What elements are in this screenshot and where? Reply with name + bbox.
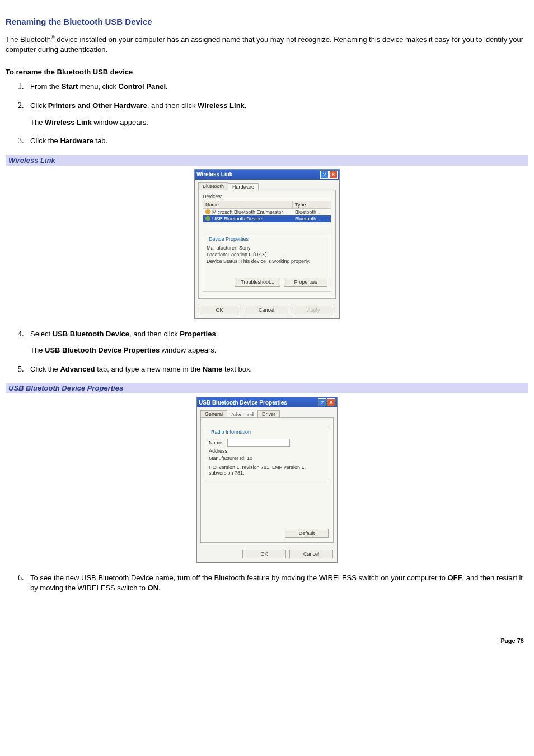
close-button[interactable]: X (329, 171, 338, 179)
intro-paragraph: The Bluetooth® device installed on your … (6, 34, 528, 54)
cancel-button[interactable]: Cancel (289, 550, 333, 558)
default-button[interactable]: Default (285, 529, 329, 538)
step-bold: Printers and Other Hardware (48, 101, 147, 110)
manufacturer-id-label: Manufacturer Id: 10 (209, 456, 252, 461)
step-bold: Control Panel. (119, 82, 168, 91)
dialog1-container: Wireless Link ? X Bluetooth Hardware Dev… (6, 169, 528, 319)
radio-info-title: Radio Information (210, 429, 252, 435)
step-bold: OFF (448, 574, 462, 582)
step-bold: Hardware (60, 137, 93, 145)
col-name[interactable]: Name (203, 201, 293, 208)
ok-button[interactable]: OK (198, 306, 241, 314)
dialog-titlebar: USB Bluetooth Device Properties ? X (197, 397, 337, 407)
step-text: window appears. (160, 346, 216, 354)
tab-bluetooth[interactable]: Bluetooth (198, 182, 228, 190)
step-text: , and then click (147, 101, 198, 110)
step-text: tab. (93, 137, 107, 145)
tab-general[interactable]: General (200, 410, 227, 417)
list-item-selected[interactable]: USB Bluetooth Device Bluetooth ... (203, 215, 331, 222)
intro-text-post: device installed on your computer has an… (6, 35, 523, 54)
step-bold: USB Bluetooth Device (53, 330, 129, 338)
step-text: Click (30, 101, 48, 110)
step-6: To see the new USB Bluetooth Device name… (26, 573, 528, 593)
bluetooth-icon (205, 216, 210, 221)
step-text: , and then click (129, 330, 180, 338)
device-properties-title: Device Properties (208, 236, 250, 242)
step-1: From the Start menu, click Control Panel… (26, 82, 528, 92)
name-label: Name: (209, 440, 224, 445)
list-item[interactable]: Microsoft Bluetooth Enumerator Bluetooth… (203, 209, 331, 215)
step-bold: Start (62, 82, 78, 91)
devices-label: Devices: (203, 194, 331, 199)
device-type: Bluetooth ... (295, 209, 329, 215)
step-3: Click the Hardware tab. (26, 136, 528, 146)
dialog-titlebar: Wireless Link ? X (195, 170, 339, 180)
step-bold: Properties (180, 330, 216, 338)
page-number: Page 78 (6, 637, 528, 644)
device-name: Microsoft Bluetooth Enumerator (212, 209, 283, 215)
dialog2-container: USB Bluetooth Device Properties ? X Gene… (6, 397, 528, 563)
step-4: Select USB Bluetooth Device, and then cl… (26, 329, 528, 355)
step-bold: USB Bluetooth Device Properties (45, 346, 160, 354)
caption-wireless-link: Wireless Link (6, 155, 528, 166)
wireless-link-dialog: Wireless Link ? X Bluetooth Hardware Dev… (194, 169, 340, 319)
tab-driver[interactable]: Driver (257, 410, 280, 417)
step-5: Click the Advanced tab, and type a new n… (26, 364, 528, 374)
col-type[interactable]: Type (293, 201, 331, 208)
step-text: window appears. (92, 118, 148, 126)
intro-text-pre: The Bluetooth (6, 35, 51, 44)
status-line: Device Status: This device is working pr… (207, 259, 327, 264)
page-heading: Renaming the Bluetooth USB Device (6, 17, 528, 26)
help-button[interactable]: ? (318, 398, 326, 406)
step-text: From the (30, 82, 62, 91)
troubleshoot-button[interactable]: Troubleshoot... (235, 278, 280, 287)
device-name: USB Bluetooth Device (212, 216, 262, 222)
step-text: menu, click (78, 82, 118, 91)
device-type: Bluetooth ... (295, 216, 329, 222)
cancel-button[interactable]: Cancel (245, 306, 288, 314)
step-text: . (158, 584, 161, 592)
step-text: tab, and type a new name in the (95, 365, 203, 373)
step-text: . (216, 330, 218, 338)
step-text: . (245, 101, 247, 110)
manufacturer-line: Manufacturer: Sony (207, 245, 327, 251)
bluetooth-icon (205, 209, 210, 214)
step-text: The (30, 346, 45, 354)
devices-list-header: Name Type (203, 201, 331, 209)
step-bold: Advanced (60, 365, 95, 373)
step-text: Click the (30, 365, 60, 373)
versions-line: HCI version 1, revision 781. LMP version… (209, 464, 325, 476)
procedure-subhead: To rename the Bluetooth USB device (6, 68, 528, 76)
help-button[interactable]: ? (320, 171, 329, 179)
step-text: text box. (222, 365, 252, 373)
ok-button[interactable]: OK (242, 550, 286, 558)
step-bold: ON (148, 584, 159, 592)
address-label: Address: (209, 448, 229, 454)
step-text: Select (30, 330, 53, 338)
name-input[interactable] (227, 439, 290, 447)
devices-list[interactable]: Microsoft Bluetooth Enumerator Bluetooth… (203, 209, 331, 228)
tab-hardware[interactable]: Hardware (228, 183, 259, 190)
step-text: Click the (30, 137, 60, 145)
dialog-title: USB Bluetooth Device Properties (199, 400, 287, 406)
caption-usb-bt-props: USB Bluetooth Device Properties (6, 383, 528, 393)
properties-button[interactable]: Properties (284, 278, 327, 287)
step-bold: Wireless Link (198, 101, 245, 110)
step-text: The (30, 118, 45, 126)
location-line: Location: Location 0 (USX) (207, 252, 327, 257)
close-button[interactable]: X (327, 398, 335, 406)
step-bold: Name (203, 365, 222, 373)
step-text: To see the new USB Bluetooth Device name… (30, 574, 448, 582)
usb-bt-properties-dialog: USB Bluetooth Device Properties ? X Gene… (196, 397, 338, 563)
step-bold: Wireless Link (45, 118, 92, 126)
apply-button: Apply (292, 306, 335, 314)
registered-mark: ® (51, 35, 55, 40)
step-2: Click Printers and Other Hardware, and t… (26, 101, 528, 127)
dialog-title: Wireless Link (196, 171, 232, 177)
